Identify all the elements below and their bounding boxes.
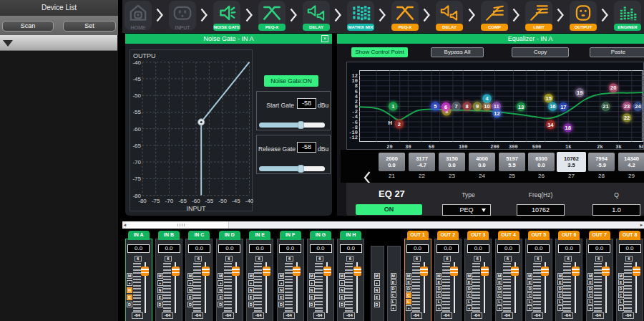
svg-text:24: 24 — [635, 103, 641, 110]
svg-text:-12: -12 — [348, 135, 358, 140]
svg-text:-45: -45 — [132, 76, 141, 82]
svg-text:-60: -60 — [192, 198, 200, 204]
svg-text:13: 13 — [518, 104, 524, 110]
svg-text:18: 18 — [565, 125, 571, 131]
svg-text:5: 5 — [434, 103, 436, 110]
svg-text:17: 17 — [560, 104, 566, 110]
svg-text:-45: -45 — [232, 198, 240, 204]
svg-text:3k: 3k — [615, 144, 621, 150]
svg-text:14: 14 — [547, 122, 554, 128]
svg-text:-40: -40 — [132, 59, 141, 66]
svg-text:-65: -65 — [132, 143, 141, 149]
svg-text:H: H — [389, 120, 392, 126]
svg-text:7: 7 — [455, 103, 458, 110]
svg-text:23: 23 — [624, 103, 630, 110]
svg-text:50: 50 — [429, 144, 434, 150]
svg-text:300: 300 — [509, 144, 518, 150]
svg-text:6: 6 — [444, 104, 447, 110]
svg-text:12: 12 — [494, 110, 499, 117]
svg-text:30: 30 — [405, 144, 411, 150]
svg-text:1k: 1k — [565, 144, 571, 150]
svg-text:-50: -50 — [218, 198, 227, 204]
svg-text:8: 8 — [466, 103, 469, 110]
svg-text:-60: -60 — [132, 126, 141, 133]
svg-text:9: 9 — [476, 103, 479, 110]
svg-text:OUTPU: OUTPU — [133, 52, 156, 59]
svg-text:22: 22 — [624, 115, 630, 121]
svg-text:16: 16 — [550, 103, 555, 110]
svg-text:20: 20 — [610, 85, 616, 91]
svg-text:100: 100 — [459, 144, 468, 150]
svg-text:-70: -70 — [132, 159, 141, 166]
svg-text:-80: -80 — [138, 198, 147, 204]
svg-text:-70: -70 — [165, 198, 174, 204]
svg-text:15: 15 — [546, 95, 552, 102]
svg-text:20: 20 — [386, 144, 392, 150]
svg-text:2k: 2k — [597, 144, 602, 150]
svg-text:-55: -55 — [205, 198, 214, 204]
svg-text:21: 21 — [602, 103, 608, 110]
svg-text:-65: -65 — [178, 198, 187, 204]
svg-text:10: 10 — [484, 103, 489, 110]
svg-text:-75: -75 — [132, 176, 141, 182]
svg-text:1: 1 — [391, 103, 394, 110]
svg-text:500: 500 — [532, 144, 542, 150]
svg-text:INPUT: INPUT — [187, 205, 207, 212]
svg-text:19: 19 — [577, 90, 582, 96]
svg-text:2: 2 — [398, 121, 401, 128]
svg-text:200: 200 — [490, 144, 499, 150]
svg-text:-55: -55 — [132, 109, 141, 115]
svg-text:-75: -75 — [152, 198, 160, 204]
svg-text:-50: -50 — [132, 92, 141, 99]
svg-text:5k: 5k — [639, 144, 643, 150]
svg-text:-40: -40 — [245, 198, 253, 204]
